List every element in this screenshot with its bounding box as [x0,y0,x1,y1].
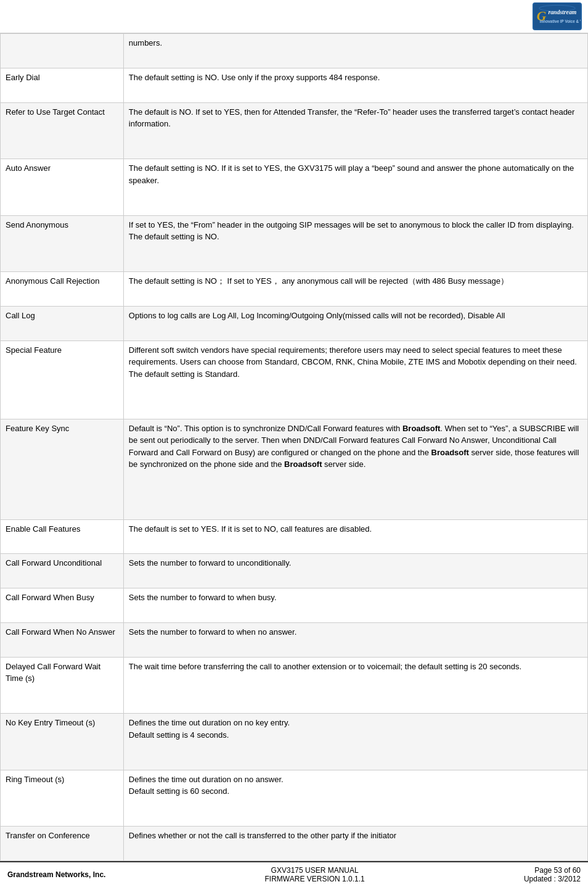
table-row: numbers. [1,34,588,68]
broadsoft-bold-2: Broadsoft [431,448,469,457]
row-label: Refer to Use Target Contact [1,102,124,159]
table-row: Anonymous Call Rejection The default set… [1,272,588,307]
row-label: Call Forward When Busy [1,588,124,623]
row-description: The default setting is NO. Use only if t… [123,68,587,102]
row-label: Delayed Call Forward Wait Time (s) [1,657,124,713]
row-label: Enable Call Features [1,519,124,554]
table-row: Early Dial The default setting is NO. Us… [1,68,588,102]
row-label: Ring Timeout (s) [1,770,124,826]
row-label: Feature Key Sync [1,419,124,519]
row-label: Anonymous Call Rejection [1,272,124,307]
row-description: Sets the number to forward to when no an… [123,622,587,657]
table-row: No Key Entry Timeout (s) Defines the tim… [1,714,588,770]
row-description: Different soft switch vendors have speci… [123,340,587,419]
table-row: Call Forward Unconditional Sets the numb… [1,554,588,588]
footer-company: Grandstream Networks, Inc. [7,870,105,879]
svg-text:Innovative IP Voice & Video: Innovative IP Voice & Video [540,19,581,23]
row-label: Send Anonymous [1,215,124,271]
row-description: The default setting is NO. If it is set … [123,159,587,215]
table-row: Ring Timeout (s) Defines the time out du… [1,770,588,826]
table-row: Enable Call Features The default is set … [1,519,588,554]
table-row: Transfer on Conference Defines whether o… [1,827,588,861]
footer-updated: Updated : 3/2012 [524,875,581,883]
table-row: Call Forward When Busy Sets the number t… [1,588,588,623]
row-label [1,34,124,68]
content-table: numbers. Early Dial The default setting … [0,33,588,861]
page-header: G randstream Innovative IP Voice & Video [0,0,588,33]
row-description: Defines whether or not the call is trans… [123,827,587,861]
footer-doc-title: GXV3175 USER MANUAL [265,866,365,875]
grandstream-logo: G randstream Innovative IP Voice & Video [533,2,582,30]
table-row: Auto Answer The default setting is NO. I… [1,159,588,215]
row-description: Defines the time out duration on no key … [123,714,587,770]
row-label: No Key Entry Timeout (s) [1,714,124,770]
row-description: numbers. [123,34,587,68]
table-row: Delayed Call Forward Wait Time (s) The w… [1,657,588,713]
footer-doc-info: GXV3175 USER MANUAL FIRMWARE VERSION 1.0… [265,866,365,883]
row-description: Default is “No”. This option is to synch… [123,419,587,519]
broadsoft-bold-3: Broadsoft [284,460,322,469]
row-label: Special Feature [1,340,124,419]
table-row: Refer to Use Target Contact The default … [1,102,588,159]
row-description: Defines the time out duration on no answ… [123,770,587,826]
row-label: Call Log [1,306,124,340]
table-row: Call Log Options to log calls are Log Al… [1,306,588,340]
row-description: The default is set to YES. If it is set … [123,519,587,554]
row-label: Call Forward When No Answer [1,622,124,657]
footer-firmware: FIRMWARE VERSION 1.0.1.1 [265,875,365,883]
table-row: Feature Key Sync Default is “No”. This o… [1,419,588,519]
row-description: If set to YES, the “From” header in the … [123,215,587,271]
table-row: Send Anonymous If set to YES, the “From”… [1,215,588,271]
logo-area: G randstream Innovative IP Voice & Video [533,2,582,30]
row-label: Early Dial [1,68,124,102]
row-label: Auto Answer [1,159,124,215]
row-description: Options to log calls are Log All, Log In… [123,306,587,340]
page-wrapper: G randstream Innovative IP Voice & Video… [0,0,588,887]
row-label: Transfer on Conference [1,827,124,861]
row-description: The default setting is NO； If set to YES… [123,272,587,307]
row-description: The wait time before transferring the ca… [123,657,587,713]
footer-page: Page 53 of 60 [524,866,581,875]
row-description: Sets the number to forward to unconditio… [123,554,587,588]
footer-page-info: Page 53 of 60 Updated : 3/2012 [524,866,581,883]
row-description: The default is NO. If set to YES, then f… [123,102,587,159]
broadsoft-bold-1: Broadsoft [402,424,440,433]
table-row: Special Feature Different soft switch ve… [1,340,588,419]
row-label: Call Forward Unconditional [1,554,124,588]
table-row: Call Forward When No Answer Sets the num… [1,622,588,657]
row-description: Sets the number to forward to when busy. [123,588,587,623]
page-footer: Grandstream Networks, Inc. GXV3175 USER … [0,861,588,887]
